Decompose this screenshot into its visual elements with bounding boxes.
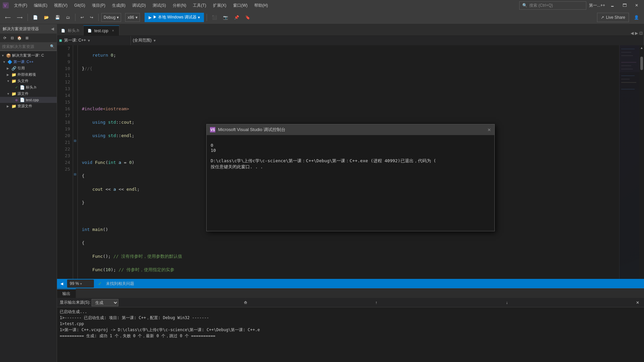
tree-item-resource-folder[interactable]: ▶ 📁 资源文件: [0, 103, 57, 109]
toolbar-undo-btn[interactable]: ↩: [78, 13, 86, 22]
output-tab-output[interactable]: 输出: [57, 289, 76, 298]
global-search[interactable]: 🔍 搜索 (Ctrl+Q): [519, 1, 586, 10]
tree-item-label: 外部依赖项: [17, 72, 36, 77]
scroll-left-btn[interactable]: ◀: [60, 282, 63, 286]
menu-help[interactable]: 帮助(H): [251, 1, 271, 10]
title-bar: V 文件(F) 编辑(E) 视图(V) Git(G) 项目(P) 生成(B) 调…: [0, 0, 644, 11]
tree-item-header-h[interactable]: ▶ ✓ 📄 标头.h: [0, 84, 57, 90]
output-line-2: 1>------- 已启动生成: 项目: 第一课: C++，配置: Debug …: [60, 315, 641, 321]
debug-console-content: 0 10 D:\class\c学\上传c学\c-science\第一课：C++\…: [207, 135, 494, 231]
menu-analyze[interactable]: 分析(N): [169, 1, 190, 10]
se-header-title: 解决方案资源管理器: [3, 26, 39, 32]
se-search-input[interactable]: [2, 44, 50, 49]
tab-test-cpp[interactable]: 📄 test.cpp ×: [84, 25, 119, 36]
tree-item-label: 第一课: C++: [13, 59, 34, 64]
se-sync-btn[interactable]: ⟳: [1, 35, 8, 41]
tree-item-label: 头文件: [17, 78, 29, 83]
svg-rect-13: [621, 89, 635, 89]
scroll-thumb[interactable]: [640, 57, 643, 70]
tree-item-headers-folder[interactable]: ▼ 📁 头文件: [0, 78, 57, 84]
toolbar-attach-btn[interactable]: 📌: [232, 13, 241, 22]
tab-close-button[interactable]: ×: [111, 28, 115, 33]
menu-git[interactable]: Git(G): [71, 2, 89, 9]
tree-item-source-folder[interactable]: ▼ 📁 源文件: [0, 90, 57, 97]
maximize-button[interactable]: 🗖: [620, 1, 629, 10]
toolbar-forward-btn[interactable]: ⟶: [14, 13, 25, 22]
toolbar-new-btn[interactable]: 📄: [31, 13, 40, 22]
scroll-up-btn[interactable]: ▲: [639, 45, 644, 50]
output-scroll-down-btn[interactable]: ↓: [503, 299, 511, 306]
fold-marker-20[interactable]: ⊟: [74, 173, 76, 176]
fold-indicator-bar: ⊟ ⊟: [73, 45, 78, 279]
run-debugger-button[interactable]: ▶ ▶ 本地 Windows 调试器 ▾: [145, 13, 204, 22]
toolbar-save-all-btn[interactable]: 🗂: [64, 13, 72, 22]
toolbar-sep3: [98, 14, 99, 21]
expand-arrow: ▼: [7, 79, 10, 83]
menu-extensions[interactable]: 扩展(X): [210, 1, 230, 10]
debug-output-line2: 10: [211, 148, 216, 153]
se-properties-btn[interactable]: ⊟: [9, 35, 15, 41]
close-button[interactable]: ✕: [632, 1, 641, 10]
platform-dropdown[interactable]: x86 ▾: [125, 13, 140, 22]
toolbar-breakpoints-btn[interactable]: ⬛: [210, 13, 219, 22]
toolbar-open-btn[interactable]: 📂: [42, 13, 51, 22]
folder-icon: 📁: [11, 92, 16, 96]
menu-window[interactable]: 窗口(W): [230, 1, 251, 10]
fold-marker-15[interactable]: ⊟: [74, 139, 76, 142]
tree-item-test-cpp[interactable]: ▶ ⊕ 📄 test.cpp: [0, 97, 57, 103]
toolbar-redo-btn[interactable]: ↪: [88, 13, 96, 22]
tree-item-references[interactable]: ▶ 🔗 引用: [0, 65, 57, 71]
toolbar-screenshot-btn[interactable]: 📷: [221, 13, 230, 22]
title-bar-right: 🔍 搜索 (Ctrl+Q) 第一...++ 🗕 🗖 ✕: [519, 1, 641, 10]
zoom-level: 99 %: [70, 281, 79, 286]
tab-header-h[interactable]: 📄 标头.h: [57, 25, 84, 36]
live-share-button[interactable]: ↗ Live Share: [597, 13, 629, 22]
tree-item-solution[interactable]: ▼ 📦 解决方案'第一课': C: [0, 52, 57, 59]
menu-test[interactable]: 测试(S): [149, 1, 169, 10]
window-title: 第一...++: [589, 3, 605, 8]
menu-tools[interactable]: 工具(T): [190, 1, 209, 10]
menu-project[interactable]: 项目(P): [89, 1, 109, 10]
class-dropdown[interactable]: ◼ 第一课: C++ ▾: [57, 36, 131, 45]
se-home-btn[interactable]: 🏠: [16, 35, 23, 41]
toolbar-back-btn[interactable]: ⟵: [3, 13, 13, 22]
cpp-modified-icon: ⊕: [15, 98, 18, 102]
toolbar-bookmark-btn[interactable]: 🔖: [243, 13, 253, 22]
class-label: 第一课: C++: [64, 38, 86, 43]
tab-nav-left-icon[interactable]: ◀: [631, 31, 634, 36]
toolbar-save-btn[interactable]: 💾: [53, 13, 62, 22]
output-scroll-top-btn[interactable]: ⟰: [242, 299, 249, 306]
output-clear-btn[interactable]: ✕: [634, 299, 641, 306]
editor-nav-bar: ◼ 第一课: C++ ▾ (全局范围) ▾: [57, 36, 644, 45]
tree-item-ext-deps[interactable]: ▶ 📁 外部依赖项: [0, 71, 57, 78]
editor-scrollbar[interactable]: ▲: [639, 45, 644, 279]
output-scroll-up-btn[interactable]: ↑: [373, 299, 380, 306]
split-editor-icon[interactable]: ⊡: [639, 31, 643, 36]
menu-build[interactable]: 生成(B): [109, 1, 129, 10]
se-filter-btn[interactable]: ⊞: [23, 35, 30, 41]
zoom-dropdown-icon[interactable]: ▾: [80, 282, 82, 286]
zoom-control: 99 % ▾: [67, 280, 94, 288]
debug-config-dropdown[interactable]: Debug ▾: [101, 13, 121, 22]
scope-dropdown[interactable]: (全局范围) ▾: [131, 36, 644, 45]
svg-text:V: V: [4, 3, 7, 8]
tab-nav-right-icon[interactable]: ▶: [635, 31, 638, 36]
ref-icon: 🔗: [11, 66, 16, 71]
menu-file[interactable]: 文件(F): [11, 1, 31, 10]
cpp-file-icon: 📄: [19, 98, 25, 102]
menu-view[interactable]: 视图(V): [51, 1, 71, 10]
debug-console-close-btn[interactable]: ✕: [487, 127, 491, 132]
output-line-1: 已启动生成...: [60, 309, 641, 315]
output-source-select[interactable]: 生成: [92, 299, 118, 306]
output-content: 已启动生成... 1>------- 已启动生成: 项目: 第一课: C++，配…: [57, 307, 644, 362]
debug-output-line1: 0: [211, 143, 213, 148]
menu-edit[interactable]: 编辑(E): [31, 1, 51, 10]
expand-arrow: ▼: [7, 92, 10, 96]
minimize-button[interactable]: 🗕: [608, 1, 617, 10]
se-search-bar[interactable]: 🔍: [0, 42, 57, 51]
chevron-down-icon: ▾: [154, 38, 156, 43]
toolbar-account-btn[interactable]: 👤: [632, 13, 641, 22]
menu-debug[interactable]: 调试(D): [129, 1, 149, 10]
tree-item-project[interactable]: ▼ 🔷 第一课: C++: [0, 59, 57, 65]
chevron-down-icon: ▾: [198, 15, 200, 20]
